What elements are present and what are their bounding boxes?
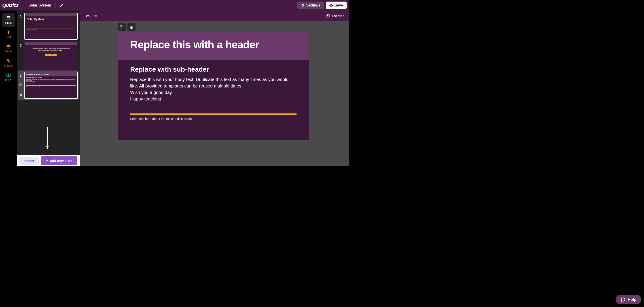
tool-text-label: Text [6, 36, 11, 39]
tables-icon [6, 73, 11, 78]
themes-label: Themes [332, 14, 344, 18]
slide-thumbnail-3[interactable]: 3 Replace this with a header Replace wit… [18, 71, 79, 100]
slides-icon [6, 16, 11, 20]
themes-button[interactable]: Themes [326, 14, 344, 18]
tool-media-label: Media [5, 50, 12, 53]
slide-thumbnail-1[interactable]: 1 Solar System By Prathyusha Priya [18, 12, 79, 40]
themes-icon [326, 14, 330, 18]
pencil-icon[interactable] [60, 4, 63, 7]
top-bar: Quizizz Solar System Settings Save [0, 0, 349, 11]
tool-slides-label: Slides [5, 21, 12, 24]
svg-rect-1 [7, 18, 10, 18]
undo-icon [86, 14, 90, 18]
slide-thumb: Solar System By Prathyusha Priya [24, 13, 78, 40]
svg-rect-2 [7, 19, 10, 20]
trash-icon[interactable] [19, 93, 22, 97]
slide-subheader-text[interactable]: Replace with sub-header [130, 66, 296, 73]
svg-rect-0 [7, 16, 10, 17]
cloud-save-icon [330, 4, 333, 7]
trash-icon [130, 25, 134, 29]
slide-panel-footer: Import + Add new slide [17, 155, 80, 166]
text-icon [6, 30, 11, 35]
slide-panel: 1 Solar System By Prathyusha Priya 2 " R… [17, 11, 80, 166]
plus-icon: + [46, 158, 48, 163]
thumb-quote: " Replace this with a quote, words full … [24, 45, 77, 53]
gear-icon [301, 4, 304, 7]
add-slide-button[interactable]: + Add new slide [41, 156, 77, 165]
tool-tables-label: Tables [5, 79, 12, 82]
redo-button[interactable] [91, 12, 98, 20]
settings-label: Settings [306, 3, 320, 8]
slide-footer-text[interactable]: Some text here about the topic of discus… [130, 117, 296, 121]
thumb-footer: Some text here about the topic of discus… [26, 86, 76, 87]
undo-button[interactable] [84, 12, 91, 20]
thumb-title: Solar System [27, 18, 75, 21]
slide-body-region[interactable]: Replace with sub-header Replace this wit… [118, 60, 309, 126]
left-toolbar: Slides Text Media Shapes Tables [0, 11, 17, 166]
slide-number: 3 [19, 74, 23, 77]
thumb-author: By Prathyusha Priya [27, 29, 75, 31]
redo-icon [92, 14, 97, 18]
slide-number: 1 [19, 15, 23, 18]
svg-rect-10 [327, 15, 328, 16]
slide-actions [118, 23, 136, 31]
tool-media[interactable]: Media [2, 42, 15, 55]
arrow-annotation [46, 127, 49, 149]
add-slide-label: Add new slide [50, 159, 72, 163]
slide-header-text[interactable]: Replace this with a header [130, 39, 296, 51]
settings-button[interactable]: Settings [298, 2, 324, 9]
slide-header-region[interactable]: Replace this with a header [118, 32, 309, 60]
tool-text[interactable]: Text [2, 28, 15, 41]
svg-rect-9 [327, 15, 330, 17]
canvas-toolbar: Themes [80, 11, 349, 21]
tool-shapes-label: Shapes [4, 64, 13, 67]
canvas-area: Themes Replace this with a header Replac… [80, 11, 349, 166]
canvas-content: Replace this with a header Replace with … [80, 21, 349, 166]
shapes-icon [6, 58, 11, 63]
divider [55, 3, 56, 8]
slide-divider [130, 113, 296, 115]
thumb-body: Replace this with your body text. Duplic… [26, 79, 76, 84]
title-area: Solar System [23, 3, 63, 8]
slide-thumbnail-2[interactable]: 2 " Replace this with a quote, words ful… [18, 41, 79, 69]
copy-icon [120, 25, 124, 29]
tool-tables[interactable]: Tables [2, 71, 15, 84]
body-area: Slides Text Media Shapes Tables 1 [0, 11, 349, 166]
tool-shapes[interactable]: Shapes [2, 56, 15, 70]
thumb-author: - Name of Author [46, 54, 56, 56]
slide-thumb: Replace this with a header Replace with … [24, 72, 78, 99]
media-icon [6, 44, 11, 49]
main-slide[interactable]: Replace this with a header Replace with … [118, 32, 309, 140]
presentation-title[interactable]: Solar System [28, 3, 51, 8]
logo: Quizizz [2, 3, 18, 8]
save-button[interactable]: Save [326, 2, 346, 9]
delete-slide-button[interactable] [128, 23, 136, 31]
copy-icon[interactable] [19, 84, 22, 87]
svg-rect-4 [8, 61, 10, 63]
save-label: Save [335, 3, 343, 8]
slide-body-text[interactable]: Replace this with your body text. Duplic… [130, 76, 296, 102]
duplicate-slide-button[interactable] [118, 23, 126, 31]
slide-thumb: " Replace this with a quote, words full … [24, 42, 78, 69]
import-button[interactable]: Import [19, 157, 39, 165]
thumb-header: Replace this with a header [24, 72, 77, 76]
slide-number: 2 [19, 44, 23, 47]
tool-slides[interactable]: Slides [2, 13, 15, 27]
thumb-sub: Replace with sub-header [26, 77, 76, 78]
